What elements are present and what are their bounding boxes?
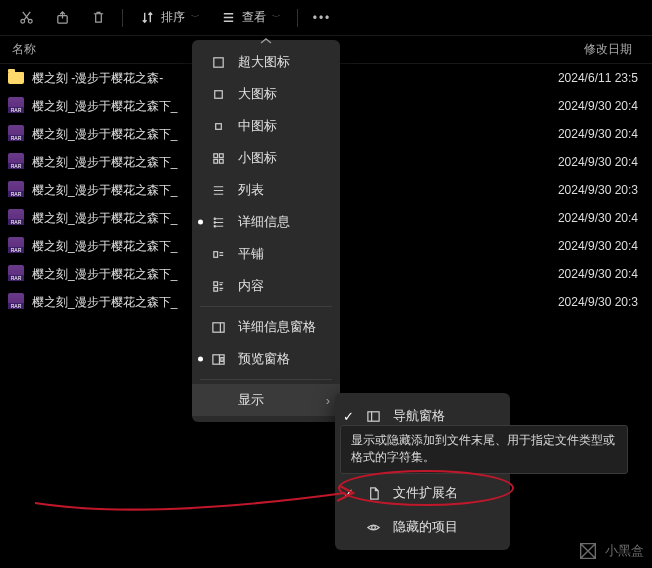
menu-item-label: 小图标: [238, 149, 277, 167]
menu-item-label: 显示: [238, 391, 264, 409]
watermark: 小黑盒: [577, 540, 644, 562]
svg-rect-5: [215, 123, 221, 129]
file-name: 樱之刻_漫步于樱花之森下_: [32, 126, 207, 143]
menu-item-view-size[interactable]: 平铺: [192, 238, 340, 270]
menu-item-label: 文件扩展名: [393, 484, 458, 502]
menu-item-view-size[interactable]: 超大图标: [192, 46, 340, 78]
pane-icon: [210, 319, 226, 335]
lg-icon: [210, 86, 226, 102]
menu-item-view-size[interactable]: 详细信息: [192, 206, 340, 238]
file-date: 2024/9/30 20:4: [529, 239, 644, 253]
svg-rect-15: [220, 357, 222, 361]
file-date: 2024/9/30 20:4: [529, 155, 644, 169]
file-name: 樱之刻_漫步于樱花之森下_: [32, 98, 207, 115]
menu-separator: [200, 379, 332, 380]
check-icon: ✓: [343, 409, 354, 424]
view-icon: [220, 10, 236, 26]
sort-icon: [139, 10, 155, 26]
tooltip: 显示或隐藏添加到文件末尾、用于指定文件类型或格式的字符集。: [340, 425, 628, 474]
menu-item-pane[interactable]: 预览窗格: [192, 343, 340, 375]
menu-item-view-size[interactable]: 列表: [192, 174, 340, 206]
delete-button[interactable]: [82, 6, 114, 30]
rar-icon: [8, 153, 26, 171]
divider: [297, 9, 298, 27]
menu-item-label: 隐藏的项目: [393, 518, 458, 536]
chevron-right-icon: ›: [326, 393, 330, 408]
chevron-down-icon: ﹀: [191, 11, 200, 24]
list-icon: [210, 182, 226, 198]
details-icon: [210, 214, 226, 230]
file-name: 樱之刻_漫步于樱花之森下_: [32, 154, 207, 171]
menu-item-label: 内容: [238, 277, 264, 295]
rar-icon: [8, 237, 26, 255]
menu-item-show[interactable]: 显示 ›: [192, 384, 340, 416]
sort-button[interactable]: 排序 ﹀: [131, 5, 208, 30]
menu-item-view-size[interactable]: 小图标: [192, 142, 340, 174]
share-icon: [54, 10, 70, 26]
sm-icon: [210, 150, 226, 166]
file-name: 樱之刻_漫步于樱花之森下_: [32, 210, 207, 227]
submenu-item[interactable]: 隐藏的项目: [335, 510, 510, 544]
menu-item-view-size[interactable]: 大图标: [192, 78, 340, 110]
svg-rect-16: [367, 411, 378, 420]
rar-icon: [8, 125, 26, 143]
svg-rect-3: [213, 57, 222, 66]
menu-item-view-size[interactable]: 中图标: [192, 110, 340, 142]
check-icon: ✓: [343, 486, 354, 501]
trash-icon: [90, 10, 106, 26]
svg-rect-10: [213, 251, 217, 257]
file-date: 2024/9/30 20:4: [529, 211, 644, 225]
rar-icon: [8, 209, 26, 227]
svg-rect-6: [213, 153, 217, 157]
pane-icon: [210, 351, 226, 367]
file-date: 2024/6/11 23:5: [529, 71, 644, 85]
svg-rect-11: [213, 281, 217, 285]
chevron-down-icon: ﹀: [272, 11, 281, 24]
file-date: 2024/9/30 20:4: [529, 99, 644, 113]
pane-icon: [365, 408, 381, 424]
menu-item-label: 中图标: [238, 117, 277, 135]
svg-point-1: [28, 19, 32, 23]
folder-icon: [8, 69, 26, 87]
view-menu: 超大图标大图标中图标小图标列表详细信息平铺内容 详细信息窗格预览窗格 显示 ›: [192, 40, 340, 422]
share-button[interactable]: [46, 6, 78, 30]
menu-item-label: 详细信息: [238, 213, 290, 231]
xl-icon: [210, 54, 226, 70]
file-name: 樱之刻 -漫步于樱花之森-: [32, 70, 207, 87]
menu-item-view-size[interactable]: 内容: [192, 270, 340, 302]
svg-rect-8: [213, 159, 217, 163]
scissors-icon: [18, 10, 34, 26]
menu-item-label: 详细信息窗格: [238, 318, 316, 336]
file-date: 2024/9/30 20:4: [529, 127, 644, 141]
sort-label: 排序: [161, 9, 185, 26]
menu-item-pane[interactable]: 详细信息窗格: [192, 311, 340, 343]
watermark-text: 小黑盒: [605, 542, 644, 560]
file-date: 2024/9/30 20:4: [529, 267, 644, 281]
more-button[interactable]: •••: [306, 6, 338, 30]
submenu-item[interactable]: ✓文件扩展名: [335, 476, 510, 510]
file-name: 樱之刻_漫步于樱花之森下_: [32, 182, 207, 199]
file-date: 2024/9/30 20:3: [529, 183, 644, 197]
chevron-up-icon[interactable]: [257, 33, 275, 41]
file-name: 樱之刻_漫步于樱花之森下_: [32, 238, 207, 255]
rar-icon: [8, 181, 26, 199]
eye-icon: [365, 519, 381, 535]
view-button[interactable]: 查看 ﹀: [212, 5, 289, 30]
view-label: 查看: [242, 9, 266, 26]
svg-rect-12: [213, 287, 217, 291]
file-date: 2024/9/30 20:3: [529, 295, 644, 309]
svg-rect-4: [214, 90, 222, 98]
file-name: 樱之刻_漫步于樱花之森下_: [32, 266, 207, 283]
file-name: 樱之刻_漫步于樱花之森下_: [32, 294, 207, 311]
divider: [122, 9, 123, 27]
menu-item-label: 列表: [238, 181, 264, 199]
menu-item-label: 预览窗格: [238, 350, 290, 368]
cut-button[interactable]: [10, 6, 42, 30]
menu-item-label: 导航窗格: [393, 407, 445, 425]
ellipsis-icon: •••: [314, 10, 330, 26]
svg-rect-7: [219, 153, 223, 157]
header-date[interactable]: 修改日期: [530, 41, 640, 58]
svg-point-0: [20, 19, 24, 23]
svg-rect-14: [212, 354, 223, 363]
toolbar: 排序 ﹀ 查看 ﹀ •••: [0, 0, 652, 36]
